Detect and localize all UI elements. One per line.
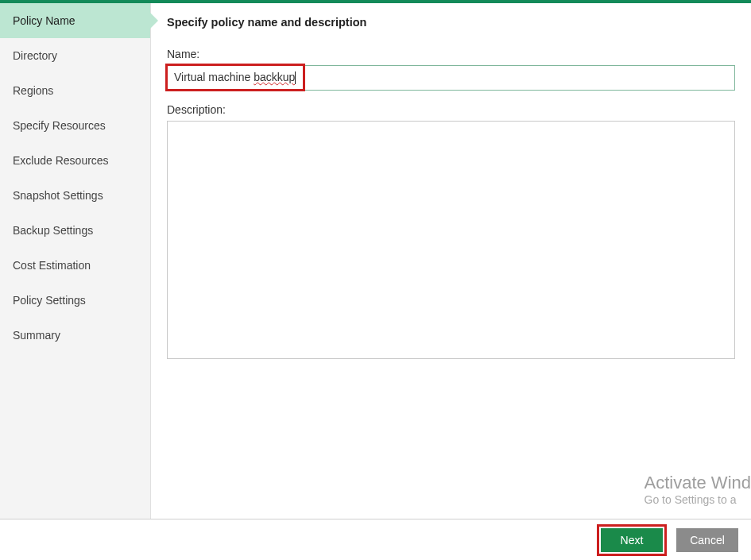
wizard-sidebar: Policy Name Directory Regions Specify Re… bbox=[0, 3, 151, 519]
sidebar-item-label: Policy Settings bbox=[13, 294, 86, 307]
sidebar-item-summary[interactable]: Summary bbox=[0, 318, 150, 353]
sidebar-item-specify-resources[interactable]: Specify Resources bbox=[0, 108, 150, 143]
sidebar-item-label: Cost Estimation bbox=[13, 259, 91, 272]
sidebar-item-label: Backup Settings bbox=[13, 224, 93, 237]
sidebar-item-exclude-resources[interactable]: Exclude Resources bbox=[0, 143, 150, 178]
sidebar-item-label: Snapshot Settings bbox=[13, 189, 103, 202]
sidebar-item-label: Policy Name bbox=[13, 14, 75, 27]
highlight-annotation-next: Next bbox=[597, 524, 667, 556]
sidebar-item-label: Directory bbox=[13, 49, 57, 62]
sidebar-item-label: Summary bbox=[13, 329, 60, 342]
wizard-frame: Policy Name Directory Regions Specify Re… bbox=[0, 3, 751, 519]
next-button[interactable]: Next bbox=[601, 528, 663, 552]
sidebar-item-label: Regions bbox=[13, 84, 53, 97]
wizard-main: Specify policy name and description Name… bbox=[151, 3, 751, 519]
sidebar-item-snapshot-settings[interactable]: Snapshot Settings bbox=[0, 178, 150, 213]
sidebar-item-label: Exclude Resources bbox=[13, 154, 109, 167]
watermark-line2: Go to Settings to a bbox=[645, 493, 752, 506]
sidebar-item-regions[interactable]: Regions bbox=[0, 73, 150, 108]
name-field-wrap: Virtual machine backkup bbox=[167, 65, 735, 91]
sidebar-item-label: Specify Resources bbox=[13, 119, 106, 132]
sidebar-item-backup-settings[interactable]: Backup Settings bbox=[0, 213, 150, 248]
watermark-line1: Activate Wind bbox=[645, 473, 752, 493]
name-input[interactable] bbox=[167, 65, 735, 91]
description-input[interactable] bbox=[167, 121, 735, 359]
sidebar-item-cost-estimation[interactable]: Cost Estimation bbox=[0, 248, 150, 283]
sidebar-item-policy-name[interactable]: Policy Name bbox=[0, 3, 150, 38]
page-title: Specify policy name and description bbox=[167, 16, 735, 29]
name-label: Name: bbox=[167, 48, 735, 60]
wizard-footer: Next Cancel bbox=[0, 519, 751, 560]
sidebar-item-directory[interactable]: Directory bbox=[0, 38, 150, 73]
cancel-button[interactable]: Cancel bbox=[676, 528, 738, 552]
description-label: Description: bbox=[167, 103, 735, 116]
windows-activation-watermark: Activate Wind Go to Settings to a bbox=[645, 473, 752, 506]
sidebar-item-policy-settings[interactable]: Policy Settings bbox=[0, 283, 150, 318]
